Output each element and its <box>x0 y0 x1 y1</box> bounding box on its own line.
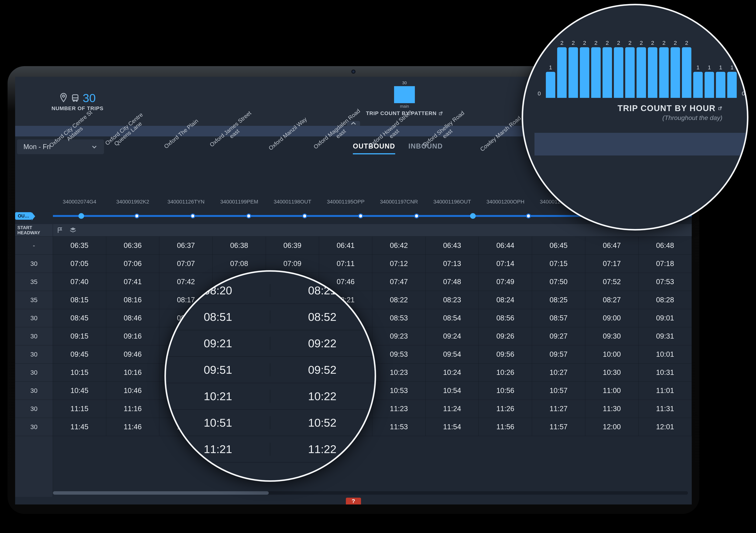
time-cell[interactable]: 06:36 <box>106 237 159 254</box>
time-cell[interactable]: 06:37 <box>159 237 213 254</box>
time-cell[interactable]: 10:45 <box>53 382 106 400</box>
time-cell[interactable]: 10:56 <box>479 382 532 400</box>
time-cell[interactable]: 11:31 <box>638 400 692 418</box>
time-cell[interactable]: 09:23 <box>372 327 426 345</box>
time-cell[interactable]: 09:57 <box>532 345 585 363</box>
time-cell[interactable]: 10:26 <box>479 363 532 382</box>
time-cell[interactable]: 07:52 <box>585 273 639 291</box>
direction-chip[interactable]: OU… <box>15 212 32 220</box>
stop-node[interactable] <box>526 214 531 218</box>
time-cell[interactable]: 08:15 <box>53 291 106 309</box>
time-cell[interactable]: 06:48 <box>638 237 692 254</box>
time-cell[interactable]: 11:24 <box>426 400 479 418</box>
time-cell[interactable]: 11:46 <box>106 418 159 436</box>
time-cell[interactable]: 10:16 <box>106 363 159 382</box>
stop-node[interactable] <box>470 213 476 219</box>
time-cell[interactable]: 09:15 <box>53 327 106 345</box>
time-cell[interactable]: 08:54 <box>426 309 479 327</box>
time-cell[interactable]: 06:35 <box>53 237 106 254</box>
time-cell[interactable]: 07:05 <box>53 255 106 273</box>
time-cell[interactable]: 08:45 <box>53 309 106 327</box>
time-cell[interactable]: 08:23 <box>426 291 479 309</box>
time-cell[interactable]: 08:24 <box>479 291 532 309</box>
time-cell[interactable]: 07:09 <box>266 255 319 273</box>
popout-icon[interactable] <box>718 106 722 111</box>
time-cell[interactable]: 11:01 <box>638 382 692 400</box>
time-cell[interactable]: 11:23 <box>372 400 426 418</box>
time-cell[interactable]: 07:13 <box>426 255 479 273</box>
scrollbar-thumb[interactable] <box>53 491 269 494</box>
time-cell[interactable]: 06:43 <box>426 237 479 254</box>
time-cell[interactable]: 10:46 <box>106 382 159 400</box>
stop-node[interactable] <box>414 214 419 218</box>
time-cell[interactable]: 08:16 <box>106 291 159 309</box>
time-cell[interactable]: 10:31 <box>638 363 692 382</box>
time-cell[interactable]: 07:17 <box>585 255 639 273</box>
time-cell[interactable]: 06:44 <box>479 237 532 254</box>
time-cell[interactable]: 11:16 <box>106 400 159 418</box>
time-cell[interactable]: 09:56 <box>479 345 532 363</box>
time-cell[interactable]: 07:15 <box>532 255 585 273</box>
time-cell[interactable]: 11:53 <box>372 418 426 436</box>
time-cell[interactable]: 10:54 <box>426 382 479 400</box>
help-button[interactable]: ? <box>346 498 361 504</box>
time-cell[interactable]: 09:26 <box>479 327 532 345</box>
time-cell[interactable]: 08:28 <box>638 291 692 309</box>
time-cell[interactable]: 07:53 <box>638 273 692 291</box>
time-cell[interactable]: 06:45 <box>532 237 585 254</box>
time-cell[interactable]: 10:27 <box>532 363 585 382</box>
stop-node[interactable] <box>246 214 251 218</box>
time-cell[interactable]: 09:31 <box>638 327 692 345</box>
time-cell[interactable]: 06:47 <box>585 237 639 254</box>
time-cell[interactable]: 08:27 <box>585 291 639 309</box>
time-cell[interactable]: 07:50 <box>532 273 585 291</box>
time-cell[interactable]: 11:45 <box>53 418 106 436</box>
time-cell[interactable]: 07:42 <box>159 273 213 291</box>
time-cell[interactable]: 09:01 <box>638 309 692 327</box>
time-cell[interactable]: 07:48 <box>426 273 479 291</box>
stop-node[interactable] <box>302 214 307 218</box>
time-cell[interactable]: 06:39 <box>266 237 319 254</box>
time-cell[interactable]: 07:14 <box>479 255 532 273</box>
time-cell[interactable]: 07:08 <box>213 255 266 273</box>
time-cell[interactable]: 08:22 <box>372 291 426 309</box>
time-cell[interactable]: 08:46 <box>106 309 159 327</box>
time-cell[interactable]: 07:47 <box>372 273 426 291</box>
time-cell[interactable]: 11:30 <box>585 400 639 418</box>
time-cell[interactable]: 09:30 <box>585 327 639 345</box>
time-cell[interactable]: 11:57 <box>532 418 585 436</box>
time-cell[interactable]: 07:41 <box>106 273 159 291</box>
time-cell[interactable]: 08:53 <box>372 309 426 327</box>
time-cell[interactable]: 10:57 <box>532 382 585 400</box>
stop-node[interactable] <box>190 214 195 218</box>
time-cell[interactable]: 07:06 <box>106 255 159 273</box>
stop-node[interactable] <box>78 213 84 219</box>
time-cell[interactable]: 06:41 <box>319 237 372 254</box>
time-cell[interactable]: 10:30 <box>585 363 639 382</box>
time-cell[interactable]: 11:56 <box>479 418 532 436</box>
time-cell[interactable]: 11:15 <box>53 400 106 418</box>
time-cell[interactable]: 12:00 <box>585 418 639 436</box>
time-cell[interactable]: 11:27 <box>532 400 585 418</box>
time-cell[interactable]: 08:56 <box>479 309 532 327</box>
time-cell[interactable]: 09:46 <box>106 345 159 363</box>
time-cell[interactable]: 08:25 <box>532 291 585 309</box>
time-cell[interactable]: 10:23 <box>372 363 426 382</box>
time-cell[interactable]: 09:00 <box>585 309 639 327</box>
time-cell[interactable]: 10:00 <box>585 345 639 363</box>
time-cell[interactable]: 10:53 <box>372 382 426 400</box>
time-cell[interactable]: 07:40 <box>53 273 106 291</box>
flag-icon[interactable] <box>57 227 64 234</box>
time-cell[interactable]: 09:54 <box>426 345 479 363</box>
time-cell[interactable]: 10:15 <box>53 363 106 382</box>
time-cell[interactable]: 09:45 <box>53 345 106 363</box>
stop-node[interactable] <box>358 214 363 218</box>
time-cell[interactable]: 11:00 <box>585 382 639 400</box>
time-cell[interactable]: 08:57 <box>532 309 585 327</box>
time-cell[interactable]: 07:18 <box>638 255 692 273</box>
time-cell[interactable]: 09:53 <box>372 345 426 363</box>
time-cell[interactable]: 11:26 <box>479 400 532 418</box>
stop-node[interactable] <box>134 214 139 218</box>
time-cell[interactable]: 06:42 <box>372 237 426 254</box>
layers-icon[interactable] <box>69 227 76 234</box>
